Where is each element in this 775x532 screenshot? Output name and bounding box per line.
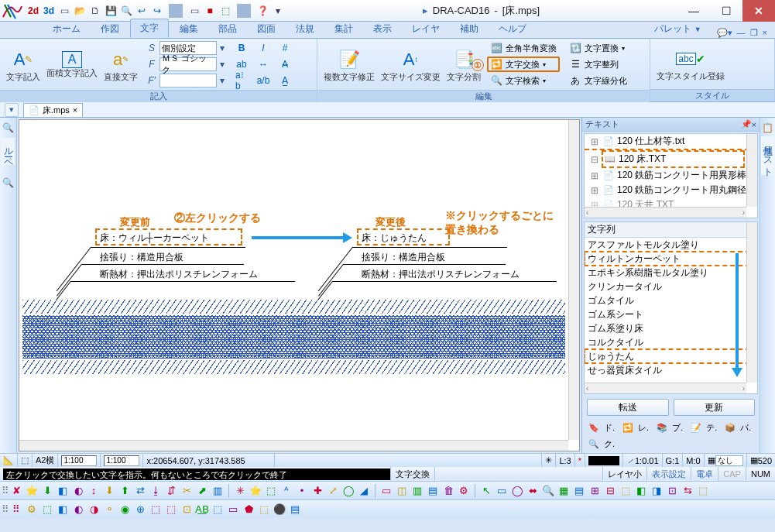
qat-fill-icon[interactable]: ■ xyxy=(203,4,217,18)
canvas-vscrollbar[interactable] xyxy=(568,120,579,440)
tool-icon[interactable]: 🗑 xyxy=(441,484,455,498)
qat-screen-icon[interactable]: ⬚ xyxy=(218,4,232,18)
tool-icon[interactable]: ⬚ xyxy=(619,484,633,498)
qat-save-icon[interactable]: 💾 xyxy=(104,4,118,18)
tree-hscrollbar[interactable]: ‹› xyxy=(585,207,746,218)
list-item[interactable]: コルクタイル xyxy=(585,335,757,349)
tool-icon[interactable]: ⬆ xyxy=(118,484,132,498)
qat-open-icon[interactable]: 📂 xyxy=(73,4,87,18)
panel-close-icon[interactable]: × xyxy=(752,120,756,129)
tool-icon[interactable]: ᴬ xyxy=(279,484,293,498)
tool-icon[interactable]: ✳ xyxy=(233,484,247,498)
tool-icon[interactable]: ↖ xyxy=(479,484,493,498)
maximize-button[interactable]: ☐ xyxy=(710,0,742,22)
tab-parts[interactable]: 部品 xyxy=(209,20,246,38)
pin-icon[interactable]: 📌 xyxy=(741,119,752,129)
tab-assist[interactable]: 補助 xyxy=(451,20,488,38)
tool-icon[interactable]: ⚫ xyxy=(273,503,286,517)
tool-icon[interactable]: 🔍 xyxy=(541,484,555,498)
width-icon[interactable]: ↔ xyxy=(254,57,273,72)
panel-switch-button[interactable]: 🔍ク. xyxy=(585,437,618,451)
tool-icon[interactable]: ⬈ xyxy=(195,484,209,498)
tool-icon[interactable]: ⬚ xyxy=(257,503,271,517)
tree-item[interactable]: ⊟📖120 床.TXT xyxy=(603,152,743,166)
text-search-button[interactable]: 🔍文字検索▾ xyxy=(487,73,560,88)
mdi-help-icon[interactable]: 💬▾ xyxy=(717,28,732,38)
tool-icon[interactable]: ▦ xyxy=(557,484,571,498)
under-icon[interactable]: A̲ xyxy=(276,73,294,88)
list-item[interactable]: ウィルトンカーペット xyxy=(585,252,757,266)
tool-icon[interactable]: ⊞ xyxy=(588,484,602,498)
tool-icon[interactable]: ▤ xyxy=(288,503,302,517)
tool-icon[interactable]: ⊡ xyxy=(180,503,194,517)
tool-icon[interactable]: ⊟ xyxy=(603,484,617,498)
file-tree[interactable]: ⊞📄120 仕上材等.txt ⊟📖120 床.TXT ⊞📄120 鉄筋コンクリー… xyxy=(584,133,758,218)
bold-icon[interactable]: B xyxy=(232,40,251,56)
status-display[interactable]: 表示設定 xyxy=(646,467,691,481)
doctab-close-icon[interactable]: × xyxy=(73,105,77,115)
left-loupe-label[interactable]: ルーペ xyxy=(2,138,15,165)
transfer-button[interactable]: 転送 xyxy=(587,399,669,416)
text-list[interactable]: 文字列 アスファルトモルタル塗りウィルトンカーペットエポキシ系樹脂モルタル塗りク… xyxy=(584,221,758,394)
tool-icon[interactable]: ⬚ xyxy=(264,484,278,498)
tool-icon[interactable]: ⊕ xyxy=(133,503,147,517)
tool-icon[interactable]: ◧ xyxy=(56,484,70,498)
qat-file-icon[interactable]: 🗋 xyxy=(88,4,102,18)
qat-2d-icon[interactable]: 2d xyxy=(26,4,40,18)
tool-icon[interactable]: ▥ xyxy=(410,484,424,498)
list-item[interactable]: ゴム系シート xyxy=(585,307,757,321)
tool-icon[interactable]: ◨ xyxy=(650,484,664,498)
coord-star[interactable]: * xyxy=(574,454,585,467)
tool-icon[interactable]: ▤ xyxy=(572,484,586,498)
tool-icon[interactable]: ⬚ xyxy=(211,503,225,517)
tool-icon[interactable]: ▥ xyxy=(211,484,225,498)
scale2[interactable] xyxy=(100,454,142,467)
multi-text-edit-button[interactable]: 📝 複数文字修正 xyxy=(321,46,378,83)
tab-sum[interactable]: 集計 xyxy=(325,20,362,38)
tab-draw[interactable]: 作図 xyxy=(91,20,129,38)
tool-icon[interactable]: ✘ xyxy=(9,484,23,498)
tool-icon[interactable]: ⬚ xyxy=(40,503,54,517)
panel-switch-button[interactable]: 📚ブ. xyxy=(653,420,686,435)
tool-icon[interactable]: ▤ xyxy=(426,484,440,498)
tab-edit[interactable]: 編集 xyxy=(170,20,207,38)
tool-icon[interactable]: ⚙ xyxy=(457,484,471,498)
halfwidth-button[interactable]: 🔤全角半角変換 xyxy=(487,40,560,56)
qat-redo-icon[interactable]: ↪ xyxy=(150,4,164,18)
tool-icon[interactable]: ⚬ xyxy=(102,503,116,517)
coord-ico3[interactable]: ✳ xyxy=(541,454,555,467)
list-item[interactable]: エポキシ系樹脂モルタル塗り xyxy=(585,266,757,280)
tool-icon[interactable]: ⬚ xyxy=(164,503,178,517)
tree-vscrollbar[interactable] xyxy=(746,134,757,207)
list-item[interactable]: アスファルトモルタル塗り xyxy=(585,238,757,252)
grip-icon[interactable]: ⠿ xyxy=(3,484,8,498)
coord-ico2[interactable]: ⬚ xyxy=(17,454,32,467)
tool-icon[interactable]: ◢ xyxy=(357,484,371,498)
grip-icon[interactable]: ⠿ xyxy=(3,503,8,517)
tool-icon[interactable]: ⇵ xyxy=(164,484,178,498)
tool-icon[interactable]: ▭ xyxy=(379,484,393,498)
mdi-min-icon[interactable]: — xyxy=(737,28,746,38)
text-entry-button[interactable]: A✎ 文字記入 xyxy=(3,46,43,83)
tool-icon[interactable]: ⬚ xyxy=(696,484,710,498)
text-replace-button[interactable]: 🔃文字置換▾ xyxy=(566,40,630,56)
list-header[interactable]: 文字列 xyxy=(585,222,757,238)
right-icon-1[interactable]: 📋 xyxy=(762,122,773,133)
tab-view[interactable]: 表示 xyxy=(364,20,401,38)
paper-size[interactable]: A2横 xyxy=(32,454,57,467)
list-item[interactable]: じゅうたん xyxy=(585,349,757,363)
close-button[interactable]: ✕ xyxy=(742,0,775,22)
update-button[interactable]: 更新 xyxy=(674,399,756,416)
status-calc[interactable]: 電卓 xyxy=(691,467,718,481)
coord-m0[interactable]: M:0 xyxy=(682,454,703,467)
tree-item[interactable]: ⊞📄120 鉄筋コンクリート用丸鋼径 xyxy=(585,183,757,197)
tool-icon[interactable]: A͟B xyxy=(195,503,209,517)
coord-g1[interactable]: G:1 xyxy=(662,454,683,467)
spacing-icon[interactable]: a⁝b xyxy=(232,73,251,88)
text-swap-button[interactable]: ① 🔁文字交換▾ xyxy=(487,57,560,72)
tool-icon[interactable]: • xyxy=(295,484,309,498)
right-attr-label[interactable]: 属性リスト xyxy=(761,136,774,175)
panel-switch-button[interactable]: 📦パ. xyxy=(722,420,754,435)
hash-icon[interactable]: # xyxy=(276,40,294,56)
panel-switch-button[interactable]: 🔁レ. xyxy=(619,420,652,435)
